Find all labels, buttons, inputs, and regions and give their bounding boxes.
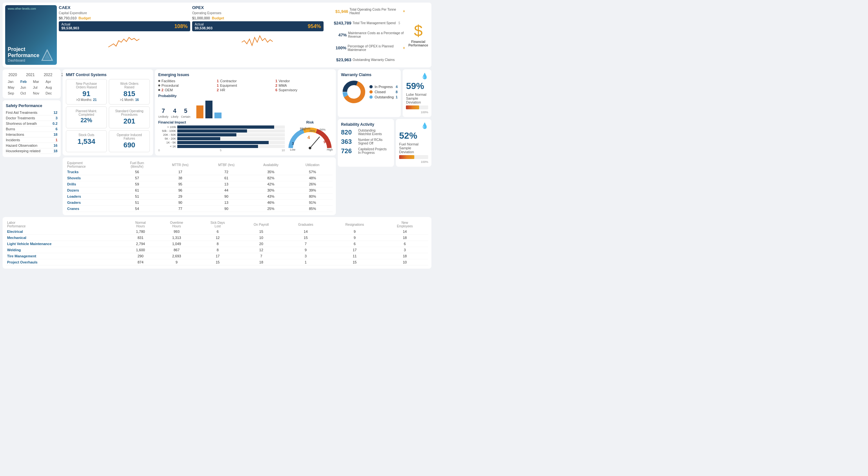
mmt-small-1: >1 Month: 16 [112,98,147,102]
year-2021[interactable]: 2021 [24,72,37,78]
e-row-0-2: 2 OEM [158,88,215,92]
month-nov[interactable]: Nov [32,91,44,96]
labor-res-4: 11 [328,253,382,259]
reliability-panel: Reliability Activity 820 OutstandingWatc… [338,119,394,167]
month-dec[interactable]: Dec [44,91,57,96]
equip-fuel-1: 57 [117,175,157,181]
month-sep[interactable]: Sep [6,91,19,96]
opex-sparkline [192,33,323,65]
equip-name-1: Shovels [66,175,117,181]
labor-header-row: LaborPerformance NormalHours OvertimeHou… [6,220,428,229]
equip-util-2: 26% [292,181,333,188]
labor-table: LaborPerformance NormalHours OvertimeHou… [6,220,428,265]
mmt-emerging-row: MMT Control Systems New PurchaseOrders R… [63,69,336,156]
safety-label-7: Housekeeping related [6,149,40,153]
e-num-1-2: 2 [217,88,219,92]
svg-text:56%: 56% [320,128,326,131]
mmt-sub-4: Stock Outs [69,133,104,137]
equip-col-mtbf: MTBF (hrs) [204,161,249,169]
labor-sdl-3: 8 [196,247,239,253]
logo-panel: www.other-levels.com Project Performance… [5,5,57,65]
mmt-cell-3: Standard OperatingProcedures 201 [109,106,150,128]
fi-bar-3 [177,137,220,140]
labor-col-oh: OvertimeHours [157,220,196,229]
fi-row-5: < 1K [158,145,285,148]
safety-panel: Safety Performance First Aid Treatments … [3,100,61,157]
emerging-col-2: 1 Vendor 2 MMA 6 Supervisory [275,79,333,92]
equip-name-6: Cranes [66,206,117,212]
safety-row-2: Shortness of breath 0.2 [6,121,58,127]
equip-util-5: 91% [292,200,333,206]
financial-label: FinancialPerformance [408,40,428,47]
month-jul[interactable]: Jul [32,85,44,90]
prob-item-1: 4 Likely [171,108,179,118]
legend-label-2: Outstanding [375,95,394,99]
kpi-row-2: 47% Maintenance Costs as a Percentage of… [326,31,405,38]
safety-val-2: 0.2 [53,122,58,126]
month-jun[interactable]: Jun [19,85,32,90]
equip-util-0: 57% [292,169,333,175]
month-jan[interactable]: Jan [6,79,19,84]
e-label-1-1: Equipment [220,83,237,88]
caex-actual-label: Actual [61,23,79,26]
kpi-desc-3: Percentage of OPEX is Planned Maintenanc… [347,44,400,52]
fi-key-5: < 1K [158,145,176,148]
labor-tbody: Electrical 1,780 993 6 15 14 9 14 Mechan… [6,229,428,265]
equip-mtbf-5: 13 [204,200,249,206]
safety-label-6: Hazard Observation [6,143,37,147]
e-num-1-1: 1 [217,83,219,88]
kpi-desc-1: Total Tire Management Spend [352,21,396,25]
emerging-panel: Emerging Issues Facilities Procedural [155,69,336,156]
equipment-row-3: Dozers 61 96 44 30% 39% [66,188,333,194]
svg-text:Low: Low [290,148,296,151]
labor-ne-0: 14 [381,229,428,235]
month-mar[interactable]: Mar [32,79,44,84]
safety-row-3: Burns 6 [6,127,58,132]
e-label-2-1: MMA [279,83,287,88]
e-num-2-2: 6 [275,88,277,92]
fi-bar-bg-0 [177,126,285,129]
equip-avail-1: 82% [249,175,292,181]
caex-actual-amount: $9,538,903 [61,26,79,30]
labor-sdl-0: 6 [196,229,239,235]
kpi-val-1: $243,789 [326,21,351,26]
opex-actual-box: Actual $9,538,903 954% [192,21,323,31]
month-oct[interactable]: Oct [19,91,32,96]
mmt-big-0: 91 [69,90,104,98]
safety-label-4: Interactions [6,133,24,136]
warranty-legend: In Progress 4 Closed 8 Outstanding [369,85,398,99]
equip-col-name: EquipmentPerformance [66,161,117,169]
emerging-col-1: 1 Contractor 1 Equipment 2 HR [217,79,274,92]
equip-fuel-6: 54 [117,206,157,212]
equip-col-fuel: Fuel Burn(litres/hr) [117,161,157,169]
prob-row: 7 Unlikely 4 Likely 5 Certain [158,99,333,118]
equip-mttr-2: 95 [157,181,204,188]
month-apr[interactable]: Apr [44,79,57,84]
month-may[interactable]: May [6,85,19,90]
fuel-drop-icon: 💧 [421,122,428,129]
oil-lube-pct: 59% [406,81,428,91]
labor-ne-3: 3 [381,247,428,253]
safety-val-7: 18 [54,149,58,153]
mmt-cell-0: New PurchaseOrders Raised 91 >3 Months: … [66,79,107,104]
year-2020[interactable]: 2020 [6,72,19,78]
emerging-grid: Facilities Procedural 2 OEM [158,79,333,92]
month-feb[interactable]: Feb [19,79,32,84]
fi-bar-bg-4 [177,141,285,144]
fi-key-2: 20K - 50K [158,133,176,136]
reliability-title: Reliability Activity [341,122,391,127]
kpi-block: $1,946 Total Operating Costs Per Tonne H… [326,5,429,65]
fi-bar-bg-1 [177,129,285,133]
fi-bar-1 [177,129,247,133]
mmt-big-5: 690 [112,141,147,149]
equip-util-3: 39% [292,188,333,194]
labor-row-0: Electrical 1,780 993 6 15 14 9 14 [6,229,428,235]
svg-line-5 [310,137,320,148]
month-aug[interactable]: Aug [44,85,57,90]
labor-grad-4: 3 [283,253,328,259]
year-2022[interactable]: 2022 [42,72,54,78]
rel-desc-0: OutstandingWatchlist Events [358,129,382,136]
equipment-row-5: Graders 51 90 13 46% 91% [66,200,333,206]
safety-val-5: 1 [56,138,58,142]
safety-row-5: Incidents 1 [6,137,58,143]
